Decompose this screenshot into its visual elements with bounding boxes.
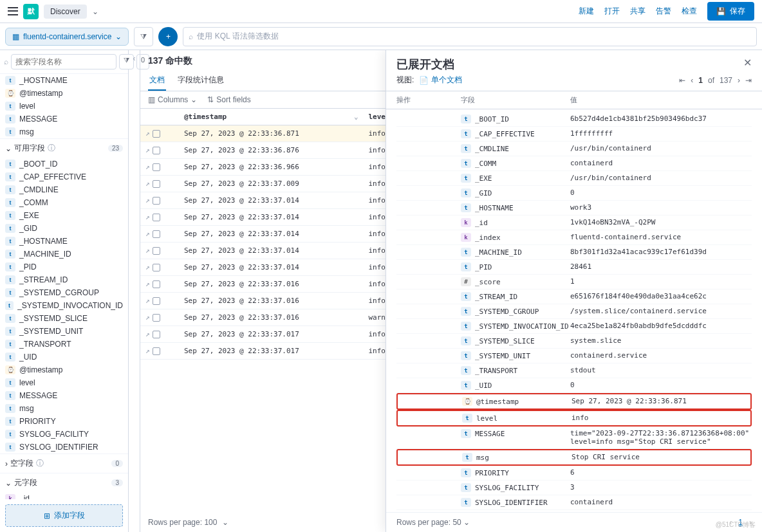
save-button[interactable]: 💾保存 (707, 2, 754, 21)
field-search-input[interactable] (11, 54, 116, 69)
doc-field-name[interactable]: _CMDLINE (475, 145, 509, 153)
dataview-selector[interactable]: ▦ fluentd-containerd.service ⌄ (5, 28, 129, 46)
row-checkbox[interactable] (153, 347, 160, 355)
top-link[interactable]: 检查 (682, 6, 697, 17)
top-link[interactable]: 告警 (656, 6, 671, 17)
available-field[interactable]: t_EXE (0, 209, 128, 222)
doc-field-name[interactable]: _UID (475, 381, 492, 390)
add-filter-button[interactable]: + (158, 27, 178, 46)
app-logo[interactable]: 默 (23, 4, 39, 19)
available-field[interactable]: t_SYSTEMD_SLICE (0, 312, 128, 325)
available-field[interactable]: t_SYSTEMD_CGROUP (0, 286, 128, 299)
row-checkbox[interactable] (153, 163, 160, 171)
doc-field-name[interactable]: _score (475, 278, 501, 286)
row-checkbox[interactable] (153, 297, 160, 305)
available-field[interactable]: t_CAP_EFFECTIVE (0, 170, 128, 183)
discover-button[interactable]: Discover (44, 5, 87, 19)
doc-field-name[interactable]: SYSLOG_IDENTIFIER (475, 499, 548, 507)
chevron-down-icon[interactable]: ⌄ (92, 7, 98, 16)
available-field[interactable]: tSYSLOG_IDENTIFIER (0, 441, 128, 454)
single-document-link[interactable]: 📄 单个文档 (419, 75, 462, 86)
expand-icon[interactable]: ↗ (145, 330, 150, 338)
flyout-rows-per-page[interactable]: Rows per page: 50 ⌄ (396, 518, 470, 527)
doc-field-name[interactable]: _COMM (475, 160, 496, 168)
add-field-button[interactable]: ⊞ 添加字段 (5, 504, 123, 527)
doc-field-name[interactable]: _SYSTEMD_SLICE (475, 337, 535, 345)
available-field[interactable]: t_STREAM_ID (0, 273, 128, 286)
expand-icon[interactable]: ↗ (145, 179, 150, 188)
expand-icon[interactable]: ↗ (145, 163, 150, 171)
empty-fields-section[interactable]: ›空字段 ⓘ0 (0, 454, 128, 473)
expand-icon[interactable]: ↗ (145, 146, 150, 154)
available-field[interactable]: tlevel (0, 376, 128, 389)
available-field[interactable]: t_PID (0, 261, 128, 273)
doc-field-name[interactable]: _SYSTEMD_UNIT (475, 352, 530, 360)
row-checkbox[interactable] (153, 180, 160, 188)
meta-field[interactable]: k_id (0, 492, 128, 499)
selected-field[interactable]: tMESSAGE (0, 113, 128, 125)
doc-field-name[interactable]: level (476, 414, 497, 423)
available-field[interactable]: t_UID (0, 351, 128, 363)
doc-field-name[interactable]: msg (476, 454, 489, 462)
doc-field-name[interactable]: @timestamp (476, 398, 519, 406)
doc-field-name[interactable]: _id (475, 219, 488, 227)
doc-field-name[interactable]: _TRANSPORT (475, 367, 517, 375)
prev-icon[interactable]: ‹ (691, 76, 693, 85)
row-checkbox[interactable] (153, 197, 160, 205)
sort-fields-button[interactable]: ⇅Sort fields (207, 95, 250, 104)
available-field[interactable]: t_BOOT_ID (0, 158, 128, 170)
available-field[interactable]: t_TRANSPORT (0, 338, 128, 351)
doc-field-name[interactable]: SYSLOG_FACILITY (475, 484, 539, 492)
available-fields-section[interactable]: ⌄可用字段 ⓘ23 (0, 138, 128, 158)
available-field[interactable]: ⌚@timestamp (0, 363, 128, 376)
doc-field-name[interactable]: _SYSTEMD_INVOCATION_ID (475, 322, 569, 331)
last-page-icon[interactable]: ⇥ (745, 76, 752, 85)
row-checkbox[interactable] (153, 331, 160, 338)
row-checkbox[interactable] (153, 147, 160, 154)
rows-per-page-selector[interactable]: Rows per page: 100 (148, 518, 217, 527)
row-checkbox[interactable] (153, 247, 160, 255)
col-timestamp[interactable]: @timestamp⌄ (179, 109, 364, 125)
sidebar-collapse-handle[interactable]: ‹ (129, 50, 140, 532)
selected-field[interactable]: ⌚@timestamp (0, 87, 128, 100)
columns-button[interactable]: ▥Columns⌄ (148, 95, 197, 104)
available-field[interactable]: t_MACHINE_ID (0, 248, 128, 261)
selected-field[interactable]: t_HOSTNAME (0, 74, 128, 87)
available-field[interactable]: tPRIORITY (0, 415, 128, 428)
selected-field[interactable]: tlevel (0, 100, 128, 113)
kql-search-input[interactable]: ⌕ 使用 KQL 语法筛选数据 (183, 27, 757, 46)
hamburger-icon[interactable] (8, 6, 18, 17)
selected-field[interactable]: tmsg (0, 125, 128, 138)
chevron-down-icon[interactable]: ⌄ (222, 518, 228, 527)
expand-icon[interactable]: ↗ (145, 246, 150, 255)
available-field[interactable]: t_SYSTEMD_INVOCATION_ID (0, 299, 128, 312)
doc-field-name[interactable]: _SYSTEMD_CGROUP (475, 307, 539, 316)
available-field[interactable]: t_SYSTEMD_UNIT (0, 325, 128, 338)
row-checkbox[interactable] (153, 230, 160, 238)
top-link[interactable]: 共享 (630, 6, 646, 17)
doc-field-name[interactable]: _MACHINE_ID (475, 248, 522, 257)
available-field[interactable]: t_CMDLINE (0, 183, 128, 196)
doc-field-name[interactable]: _GID (475, 189, 492, 197)
next-icon[interactable]: › (738, 76, 740, 85)
row-checkbox[interactable] (153, 314, 160, 322)
row-checkbox[interactable] (153, 130, 160, 138)
expand-icon[interactable]: ↗ (145, 297, 150, 305)
doc-field-name[interactable]: _EXE (475, 174, 492, 183)
row-checkbox[interactable] (153, 214, 160, 221)
close-icon[interactable]: ✕ (743, 57, 752, 69)
expand-icon[interactable]: ↗ (145, 196, 150, 205)
expand-icon[interactable]: ↗ (145, 313, 150, 322)
doc-field-name[interactable]: MESSAGE (475, 430, 505, 438)
row-checkbox[interactable] (153, 264, 160, 271)
doc-field-name[interactable]: _HOSTNAME (475, 204, 514, 212)
doc-field-name[interactable]: _CAP_EFFECTIVE (475, 130, 535, 138)
tab-documents[interactable]: 文档 (148, 71, 166, 91)
top-link[interactable]: 打开 (604, 6, 620, 17)
meta-fields-section[interactable]: ⌄元字段3 (0, 473, 128, 492)
top-link[interactable]: 新建 (579, 6, 594, 17)
expand-icon[interactable]: ↗ (145, 213, 150, 221)
expand-icon[interactable]: ↗ (145, 280, 150, 288)
available-field[interactable]: tMESSAGE (0, 389, 128, 402)
available-field[interactable]: tSYSLOG_FACILITY (0, 428, 128, 441)
